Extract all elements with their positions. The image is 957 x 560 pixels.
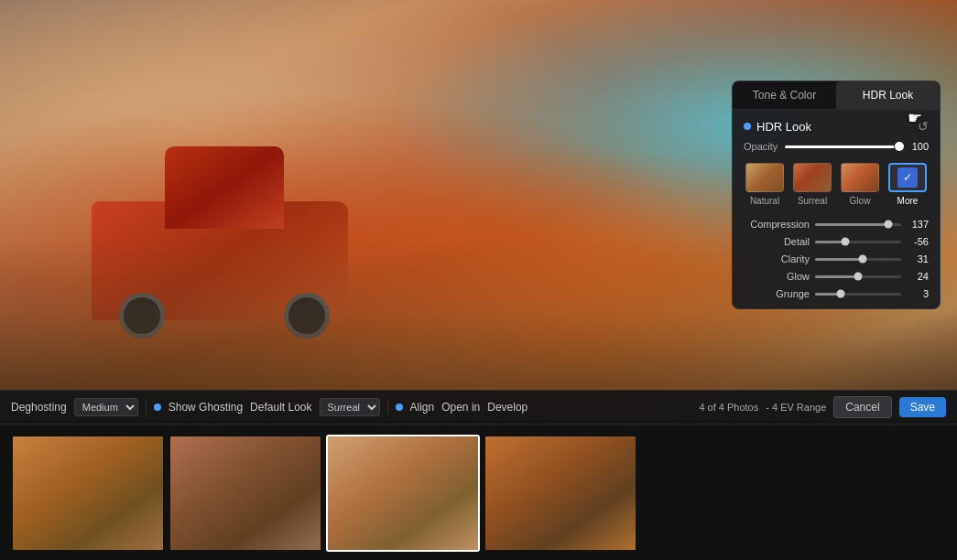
slider-detail: Detail -56 [744, 236, 929, 247]
slider-grunge: Grunge 3 [744, 288, 929, 299]
filmstrip-thumb-4[interactable] [484, 435, 637, 552]
slider-bar-grunge[interactable] [815, 288, 901, 299]
slider-name-clarity: Clarity [744, 253, 810, 264]
show-ghosting-label[interactable]: Show Ghosting [169, 401, 243, 414]
opacity-label: Opacity [744, 141, 778, 152]
cancel-button[interactable]: Cancel [833, 396, 891, 418]
slider-name-compression: Compression [744, 219, 810, 230]
slider-bar-detail[interactable] [815, 236, 901, 247]
filmstrip-thumb-1[interactable] [11, 435, 165, 552]
slider-val-clarity: 31 [907, 253, 929, 264]
align-label[interactable]: Align [410, 401, 435, 414]
preset-surreal[interactable]: Surreal [791, 163, 833, 206]
default-look-select[interactable]: Surreal [320, 398, 380, 416]
slider-clarity: Clarity 31 [744, 253, 929, 264]
ev-range: - 4 EV Range [766, 402, 826, 413]
sliders-section: Compression 137 Detail -56 [744, 219, 929, 299]
film-bg-2 [170, 436, 321, 550]
toolbar-divider-2 [387, 400, 388, 415]
panel-body: HDR Look ↺ Opacity 100 Natural Surreal [733, 110, 940, 308]
default-look-label: Default Look [250, 401, 311, 414]
tab-hdr-look[interactable]: HDR Look [836, 81, 940, 109]
slider-val-glow: 24 [907, 271, 929, 282]
slider-compression: Compression 137 [744, 219, 929, 230]
film-bg-3 [328, 436, 478, 550]
preset-natural[interactable]: Natural [744, 163, 786, 206]
opacity-slider[interactable] [785, 145, 899, 148]
filmstrip [0, 425, 957, 560]
toolbar-divider-1 [146, 400, 147, 415]
slider-glow: Glow 24 [744, 271, 929, 282]
presets-row: Natural Surreal Glow ✓ More [744, 163, 929, 206]
tab-tone-color[interactable]: Tone & Color [733, 81, 836, 109]
panel-title: HDR Look [756, 120, 811, 134]
film-bg-4 [485, 436, 636, 550]
preset-glow[interactable]: Glow [839, 163, 881, 206]
bottom-toolbar: Deghosting Medium Show Ghosting Default … [0, 390, 957, 423]
panel-tabs: Tone & Color HDR Look [733, 81, 940, 110]
opacity-value: 100 [907, 141, 929, 152]
preset-label-glow: Glow [850, 196, 871, 206]
hdr-panel: Tone & Color HDR Look HDR Look ↺ Opacity… [732, 81, 941, 309]
panel-title-row: HDR Look [744, 120, 811, 134]
develop-label[interactable]: Develop [487, 401, 527, 414]
preset-thumb-natural [745, 163, 784, 192]
photo-count: 4 of 4 Photos [699, 402, 758, 413]
filmstrip-thumb-2[interactable] [169, 435, 322, 552]
slider-val-detail: -56 [907, 236, 929, 247]
preset-thumb-glow [841, 163, 879, 192]
film-bg-1 [13, 436, 163, 550]
slider-val-compression: 137 [907, 219, 929, 230]
preset-thumb-surreal [793, 163, 832, 192]
slider-val-grunge: 3 [907, 288, 929, 299]
align-dot [396, 404, 403, 411]
checkmark-icon: ✓ [897, 167, 918, 188]
panel-header: HDR Look ↺ [744, 119, 929, 134]
filmstrip-thumb-3[interactable] [326, 435, 480, 552]
preset-thumb-more: ✓ [888, 163, 927, 192]
reset-icon[interactable]: ↺ [918, 119, 929, 134]
preset-label-surreal: Surreal [798, 196, 827, 206]
slider-bar-compression[interactable] [815, 219, 901, 230]
slider-bar-glow[interactable] [815, 271, 901, 282]
preset-label-more: More [897, 196, 919, 206]
open-in-label[interactable]: Open in [441, 401, 480, 414]
slider-name-grunge: Grunge [744, 288, 810, 299]
preset-label-natural: Natural [750, 196, 779, 206]
deghosting-label: Deghosting [11, 401, 67, 414]
show-ghosting-dot [154, 404, 161, 411]
slider-name-glow: Glow [744, 271, 810, 282]
deghosting-select[interactable]: Medium [74, 398, 138, 416]
preset-more[interactable]: ✓ More [886, 163, 929, 206]
opacity-row: Opacity 100 [744, 141, 929, 152]
active-dot [744, 123, 751, 130]
save-button[interactable]: Save [899, 397, 946, 417]
slider-bar-clarity[interactable] [815, 253, 901, 264]
slider-name-detail: Detail [744, 236, 810, 247]
